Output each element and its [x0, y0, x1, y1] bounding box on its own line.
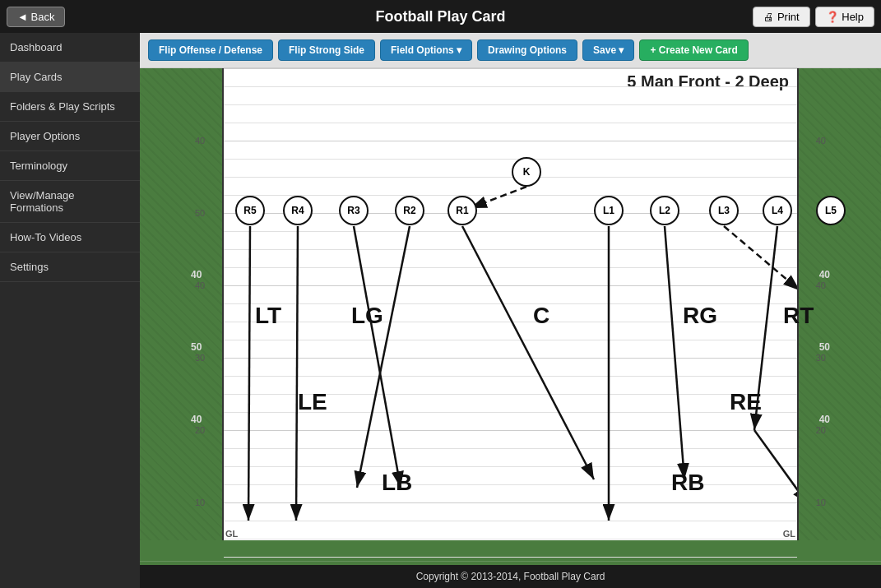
tick-13: [224, 376, 797, 377]
tick-16: [224, 448, 797, 449]
player-L1[interactable]: L1: [594, 196, 624, 225]
sidebar-item-play-cards[interactable]: Play Cards: [0, 63, 140, 92]
grass-left: [140, 68, 222, 540]
field-container: 5 Man Front - 2 Deep 40 40 50 50: [140, 68, 881, 565]
header-right-buttons: 🖨 Print ❓ Help: [753, 7, 874, 27]
player-L3[interactable]: L3: [709, 196, 739, 225]
yard-line-10: 10 10: [224, 502, 797, 503]
tick-12: [224, 340, 797, 340]
player-R2[interactable]: R2: [395, 196, 424, 225]
print-button[interactable]: 🖨 Print: [753, 7, 809, 27]
yard-line-40-top: 40 40: [224, 141, 797, 141]
football-field: 5 Man Front - 2 Deep 40 40 50 50: [140, 68, 881, 565]
pos-label-LG: LG: [351, 303, 383, 329]
pos-label-RR: RR: [643, 560, 676, 565]
sidebar-item-player-options[interactable]: Player Options: [0, 122, 140, 151]
copyright-text: Copyright © 2013-2014, Football Play Car…: [416, 571, 605, 582]
footer: Copyright © 2013-2014, Football Play Car…: [140, 565, 881, 588]
tick-9: [224, 267, 797, 268]
help-button[interactable]: ❓ Help: [815, 7, 874, 27]
player-K[interactable]: K: [512, 157, 541, 187]
field-options-button[interactable]: Field Options: [380, 39, 472, 61]
sidebar-item-folders-scripts[interactable]: Folders & Play Scripts: [0, 92, 140, 122]
gl-label-right: GL: [783, 529, 795, 539]
sidebar: Dashboard Play Cards Folders & Play Scri…: [0, 33, 140, 588]
tick-21: [224, 557, 797, 558]
pos-label-RG: RG: [683, 303, 717, 329]
svg-line-9: [665, 226, 684, 479]
play-area[interactable]: 5 Man Front - 2 Deep 40 40 50 50: [222, 68, 799, 540]
save-button[interactable]: Save: [582, 39, 634, 61]
pos-label-RB: RB: [671, 470, 704, 496]
tick-4: [224, 159, 797, 160]
player-L5[interactable]: L5: [816, 196, 846, 225]
flip-strong-button[interactable]: Flip Strong Side: [278, 39, 375, 61]
tick-19: [224, 521, 797, 521]
gl-label-left: GL: [225, 529, 238, 539]
sidebar-item-dashboard[interactable]: Dashboard: [0, 33, 140, 63]
svg-line-10: [724, 226, 797, 290]
player-R5[interactable]: R5: [235, 196, 265, 225]
yard-line-top-gl: [224, 68, 797, 69]
player-R3[interactable]: R3: [339, 196, 369, 225]
svg-line-7: [471, 187, 526, 208]
sidebar-item-view-formations[interactable]: View/Manage Formations: [0, 181, 140, 223]
sidebar-item-terminology[interactable]: Terminology: [0, 151, 140, 181]
tick-2: [224, 104, 797, 105]
create-new-card-button[interactable]: + Create New Card: [639, 39, 748, 61]
svg-line-12: [754, 430, 797, 504]
sidebar-item-settings[interactable]: Settings: [0, 252, 140, 282]
pos-label-LT: LT: [255, 303, 281, 329]
toolbar: Flip Offense / Defense Flip Strong Side …: [140, 33, 881, 68]
tick-7: [224, 231, 797, 232]
tick-6: [224, 195, 797, 196]
pos-label-LE: LE: [298, 389, 327, 415]
player-L2[interactable]: L2: [650, 196, 679, 225]
tick-17: [224, 466, 797, 467]
main-content: Flip Offense / Defense Flip Strong Side …: [140, 33, 881, 588]
player-R4[interactable]: R4: [283, 196, 313, 225]
pos-label-RE: RE: [730, 389, 762, 415]
sidebar-item-how-to-videos[interactable]: How-To Videos: [0, 223, 140, 252]
play-title: 5 Man Front - 2 Deep: [627, 72, 789, 91]
pos-label-LB: LB: [382, 470, 412, 496]
svg-line-3: [296, 226, 298, 521]
yard-line-40-mid: 40 40: [224, 285, 797, 286]
svg-line-2: [248, 226, 250, 521]
page-title: Football Play Card: [375, 8, 505, 25]
svg-line-6: [462, 226, 594, 479]
pos-label-RT: RT: [783, 303, 814, 329]
back-button[interactable]: ◄ Back: [7, 7, 65, 27]
pos-label-LR: LR: [421, 560, 452, 565]
tick-1: [224, 86, 797, 87]
drawing-options-button[interactable]: Drawing Options: [477, 39, 577, 61]
back-label: ◄ Back: [17, 11, 54, 23]
player-L4[interactable]: L4: [763, 196, 792, 225]
tick-3: [224, 123, 797, 123]
main-layout: Dashboard Play Cards Folders & Play Scri…: [0, 33, 881, 588]
tick-20: [224, 539, 797, 539]
pos-label-C: C: [533, 303, 549, 329]
header: ◄ Back Football Play Card 🖨 Print ❓ Help: [0, 0, 881, 33]
flip-offense-button[interactable]: Flip Offense / Defense: [148, 39, 273, 61]
tick-8: [224, 249, 797, 250]
yard-line-20: 20 20: [224, 430, 797, 431]
tick-5: [224, 177, 797, 178]
player-R1[interactable]: R1: [447, 196, 477, 225]
yard-line-30: 30 30: [224, 358, 797, 359]
tick-18: [224, 484, 797, 485]
